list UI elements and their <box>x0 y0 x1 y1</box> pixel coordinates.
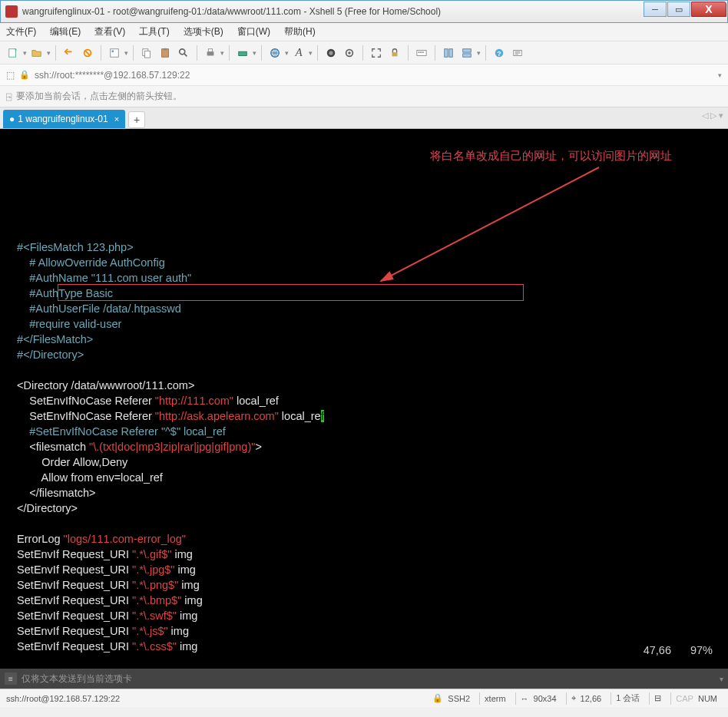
compose-icon[interactable] <box>509 45 526 61</box>
close-button[interactable]: X <box>691 2 726 17</box>
svg-rect-3 <box>112 50 114 52</box>
svg-rect-7 <box>164 48 167 50</box>
status-num: NUM <box>698 694 717 703</box>
session-tab[interactable]: ● 1 wangruifenglinux-01 × <box>3 110 125 128</box>
paste-icon[interactable] <box>157 45 174 61</box>
terminal-line <box>5 654 723 669</box>
terminal-line: #</Directory> <box>5 347 723 362</box>
terminal-line: </filesmatch> <box>5 485 723 501</box>
terminal-line: </Directory> <box>5 501 723 516</box>
tile-v-icon[interactable] <box>458 45 475 61</box>
new-tab-button[interactable]: + <box>128 111 145 128</box>
menu-tabs[interactable]: 选项卡(B) <box>184 25 223 38</box>
host-icon: ⬚ <box>6 70 15 81</box>
xftp-icon[interactable] <box>234 45 251 61</box>
highlight-icon[interactable] <box>341 45 358 61</box>
svg-rect-21 <box>422 51 424 53</box>
maximize-button[interactable]: ▭ <box>667 2 690 17</box>
menu-bar: 文件(F) 编辑(E) 查看(V) 工具(T) 选项卡(B) 窗口(W) 帮助(… <box>0 23 728 41</box>
svg-point-14 <box>329 51 333 55</box>
bookmark-icon[interactable]: ⍈ <box>6 91 12 102</box>
terminal-line: SetEnvIfNoCase Referer "http://ask.apele… <box>5 408 723 424</box>
reconnect-icon[interactable] <box>61 45 78 61</box>
annotation-text: 将白名单改成自己的网址，可以访问图片的网址 <box>430 148 672 164</box>
status-cap: CAP <box>676 694 693 703</box>
tab-bar: ● 1 wangruifenglinux-01 × + ◁ ▷ ▾ <box>0 107 728 129</box>
svg-rect-17 <box>392 52 398 56</box>
terminal-line: #AuthType Basic <box>5 286 723 301</box>
terminal-line: SetEnvIf Request_URI ".*\.png$" img <box>5 577 723 593</box>
font-icon[interactable]: A <box>290 45 307 61</box>
new-session-icon[interactable] <box>5 45 22 61</box>
svg-rect-0 <box>9 48 16 57</box>
terminal-line: #SetEnvIfNoCase Referer "^$" local_ref <box>5 424 723 439</box>
cursor-icon: ⌖ <box>571 693 576 703</box>
status-cursor: 12,66 <box>581 694 602 703</box>
compose-bar[interactable]: ≡ 仅将文本发送到当前选项卡 ▾ <box>0 669 728 689</box>
terminal-view[interactable]: 将白名单改成自己的网址，可以访问图片的网址 47,66 97% #<FilesM… <box>0 129 728 669</box>
vim-cursor-pos: 47,66 <box>644 643 671 658</box>
tab-close-icon[interactable]: × <box>114 114 119 124</box>
minimize-tray-icon[interactable]: ⊟ <box>654 693 661 703</box>
compose-mode-icon[interactable]: ≡ <box>5 672 17 685</box>
terminal-line <box>5 516 723 531</box>
svg-rect-11 <box>239 51 247 55</box>
keymap-icon[interactable] <box>413 45 430 61</box>
terminal-line: Order Allow,Deny <box>5 454 723 470</box>
svg-rect-25 <box>463 53 472 56</box>
svg-rect-9 <box>207 51 214 55</box>
terminal-line: #require valid-user <box>5 316 723 332</box>
lock-icon[interactable] <box>386 45 403 61</box>
disconnect-icon[interactable] <box>79 45 96 61</box>
terminal-line: <Directory /data/wwwroot/111.com> <box>5 378 723 393</box>
svg-rect-2 <box>111 48 119 57</box>
svg-rect-10 <box>208 48 212 51</box>
svg-rect-24 <box>463 48 472 51</box>
terminal-line: #<FilesMatch 123.php> <box>5 240 723 255</box>
status-size: 90x34 <box>534 694 557 703</box>
tab-nav[interactable]: ◁ ▷ ▾ <box>702 111 723 121</box>
print-icon[interactable] <box>202 45 219 61</box>
app-icon <box>5 5 18 18</box>
minimize-button[interactable]: ─ <box>644 2 667 17</box>
window-title: wangruifenglinux-01 - root@wangruifeng-0… <box>22 6 727 17</box>
menu-file[interactable]: 文件(F) <box>6 25 36 38</box>
status-bar: ssh://root@192.168.57.129:22 🔒 SSH2 xter… <box>0 689 728 707</box>
menu-help[interactable]: 帮助(H) <box>284 25 316 38</box>
terminal-line: <filesmatch "\.(txt|doc|mp3|zip|rar|jpg|… <box>5 439 723 454</box>
compose-dropdown-icon[interactable]: ▾ <box>720 675 723 683</box>
tile-h-icon[interactable] <box>440 45 457 61</box>
menu-tools[interactable]: 工具(T) <box>139 25 169 38</box>
tab-label: 1 wangruifenglinux-01 <box>18 114 108 124</box>
menu-view[interactable]: 查看(V) <box>94 25 125 38</box>
terminal-line: SetEnvIf Request_URI ".*\.bmp$" img <box>5 593 723 608</box>
fullscreen-icon[interactable] <box>368 45 385 61</box>
properties-icon[interactable] <box>106 45 123 61</box>
window-titlebar: wangruifenglinux-01 - root@wangruifeng-0… <box>0 0 728 23</box>
address-dropdown-icon[interactable]: ▾ <box>718 71 722 79</box>
menu-window[interactable]: 窗口(W) <box>237 25 270 38</box>
tab-status-icon: ● <box>9 114 15 124</box>
terminal-line: # AllowOverride AuthConfig <box>5 255 723 270</box>
terminal-line: SetEnvIf Request_URI ".*\.swf$" img <box>5 608 723 623</box>
ssh-icon: 🔒 <box>432 693 443 703</box>
svg-point-8 <box>180 48 185 54</box>
terminal-line: SetEnvIf Request_URI ".*\.js$" img <box>5 623 723 639</box>
status-proto: SSH2 <box>448 694 470 703</box>
svg-rect-20 <box>420 51 422 53</box>
svg-rect-5 <box>144 51 150 58</box>
address-bar[interactable]: ⬚ 🔒 ssh://root:********@192.168.57.129:2… <box>0 64 728 86</box>
help-icon[interactable]: ? <box>491 45 508 61</box>
menu-edit[interactable]: 编辑(E) <box>50 25 81 38</box>
terminal-line: #AuthUserFile /data/.htpasswd <box>5 301 723 316</box>
encoding-icon[interactable] <box>266 45 283 61</box>
open-icon[interactable] <box>28 45 45 61</box>
color-scheme-icon[interactable] <box>323 45 339 61</box>
vim-scroll-pct: 97% <box>690 643 713 658</box>
svg-rect-22 <box>445 48 448 57</box>
svg-rect-19 <box>419 51 420 53</box>
status-sessions: 1 会话 <box>616 692 640 704</box>
find-icon[interactable] <box>175 45 192 61</box>
terminal-line: SetEnvIf Request_URI ".*\.jpg$" img <box>5 562 723 577</box>
copy-icon[interactable] <box>138 45 155 61</box>
